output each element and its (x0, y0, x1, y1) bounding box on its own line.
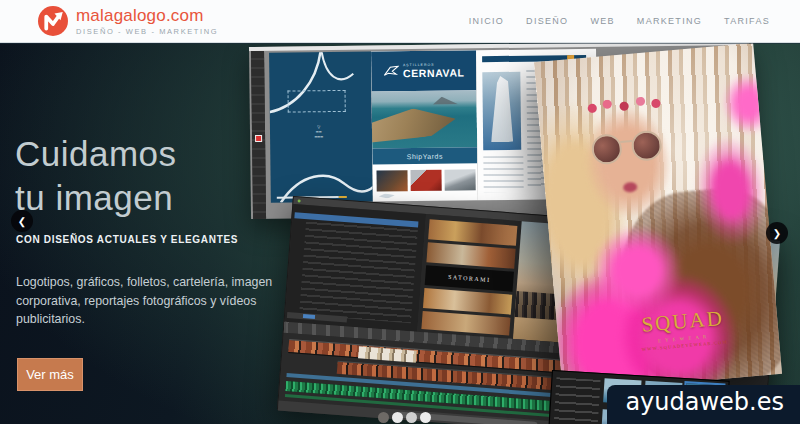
main-nav: INICIO DISEÑO WEB MARKETING TARIFAS (469, 0, 770, 42)
logo-tagline: DISEÑO - WEB - MARKETING (76, 28, 218, 36)
brochure-caption-bar: ShipYards (372, 147, 477, 164)
ver-mas-button[interactable]: Ver más (17, 358, 83, 391)
chevron-left-icon: ❮ (18, 216, 26, 227)
site-header: malagalogo.com DISEÑO - WEB - MARKETING … (0, 0, 800, 42)
sunglasses-lens-right (630, 129, 663, 162)
sunglasses-bridge (620, 140, 632, 143)
design-app-color-swatch (255, 135, 262, 142)
brochure-aerial-photo (372, 90, 478, 148)
carousel-next-button[interactable]: ❯ (766, 222, 788, 244)
clip-thumbnail-2 (426, 242, 515, 269)
gibraltar-rock (433, 97, 459, 105)
brochure-header-band: ASTILLEROS CERNAVAL (371, 50, 476, 91)
brochure-brand: CERNAVAL (403, 67, 465, 78)
carousel-dot-2[interactable] (392, 412, 403, 423)
brochure-thumb-2 (410, 170, 441, 191)
page: malagalogo.com DISEÑO - WEB - MARKETING … (0, 0, 800, 424)
logo-name: malagalogo.com (76, 7, 218, 24)
hero-description: Logotipos, gráficos, folletos, cartelerí… (16, 273, 318, 329)
brochure-rule-accent (339, 196, 347, 198)
nav-item-web[interactable]: WEB (590, 16, 614, 26)
nav-item-tarifas[interactable]: TARIFAS (724, 16, 770, 26)
hero-carousel: ▽━━━━━ ASTILLEROS CERNAVAL (0, 42, 800, 424)
poster-round-sunglasses (591, 129, 668, 167)
timeline-light-segment (358, 346, 417, 362)
clip-thumbnail-logo: SATORAMI (425, 265, 514, 292)
ship-bow-photo (482, 72, 521, 150)
ship-bow-shape (490, 76, 513, 142)
brochure-back-cover: ▽━━━━━ (269, 52, 373, 203)
editor-clip-bin: SATORAMI (417, 214, 522, 339)
brochure-front-cover: ASTILLEROS CERNAVAL ShipYards (371, 50, 478, 201)
nav-item-inicio[interactable]: INICIO (469, 16, 504, 26)
chevron-right-icon: ❯ (773, 228, 781, 239)
carousel-prev-button[interactable]: ❮ (11, 210, 33, 232)
brochure-thumbnails (376, 169, 475, 191)
carousel-dots (378, 412, 431, 423)
clip-thumbnail-1 (428, 219, 517, 246)
clip-thumbnail-3 (423, 288, 512, 315)
logo-text: malagalogo.com DISEÑO - WEB - MARKETING (76, 7, 218, 36)
clip-thumbnail-4 (421, 311, 510, 336)
port-land (371, 102, 458, 145)
hero-title-line2: tu imagen (15, 176, 177, 220)
selection-marquee (288, 90, 346, 113)
brochure-thumb-3 (444, 169, 475, 190)
nav-item-marketing[interactable]: MARKETING (637, 16, 702, 26)
hero-title: Cuidamos tu imagen (15, 132, 177, 220)
cernaval-bird-icon (383, 65, 399, 77)
sunglasses-lens-left (591, 133, 624, 166)
hero-subtitle: CON DISEÑOS ACTUALES Y ELEGANTES (16, 234, 238, 245)
inner-page-text-column-2 (483, 156, 523, 192)
carousel-dot-3[interactable] (406, 412, 417, 423)
editor-selected-file-row (294, 212, 418, 227)
carousel-dot-1[interactable] (378, 412, 389, 423)
logo[interactable]: malagalogo.com DISEÑO - WEB - MARKETING (38, 6, 218, 36)
nav-item-diseno[interactable]: DISEÑO (526, 16, 568, 26)
brochure-mini-logo (379, 193, 395, 198)
hero-title-line1: Cuidamos (15, 132, 177, 176)
logo-m-arrow-icon (38, 6, 68, 36)
ayudaweb-watermark: ayudaweb.es (607, 385, 800, 424)
brochure-thumb-1 (376, 170, 407, 191)
squad-brand-block: SQUAD EYEWEAR WWW.SQUADEYEWEAR.COM (639, 306, 728, 352)
squad-poster-photo: SQUAD EYEWEAR WWW.SQUADEYEWEAR.COM (534, 43, 782, 393)
carousel-dot-4[interactable] (420, 412, 431, 423)
photo-browser-sidebar (552, 377, 601, 424)
editor-window-dot (298, 199, 301, 202)
brochure-back-logo-block: ▽━━━━━ (296, 124, 342, 151)
